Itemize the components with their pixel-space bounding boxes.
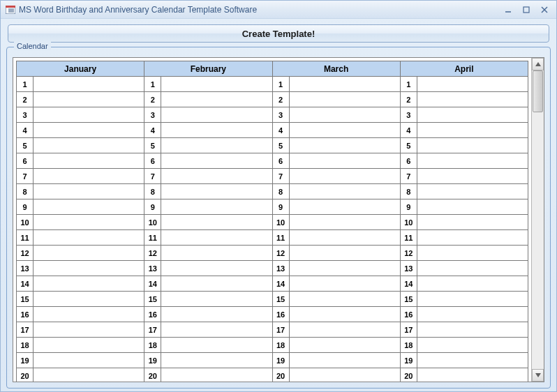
day-entry-cell[interactable]	[417, 307, 528, 322]
day-entry-cell[interactable]	[289, 153, 400, 169]
day-entry-cell[interactable]	[417, 261, 528, 276]
day-entry-cell[interactable]	[417, 353, 528, 368]
day-entry-cell[interactable]	[34, 184, 144, 199]
day-entry-cell[interactable]	[161, 338, 272, 353]
day-entry-cell[interactable]	[417, 123, 528, 138]
day-entry-cell[interactable]	[34, 292, 144, 307]
calendar-viewport: January February March April 11112222333…	[13, 58, 531, 382]
day-number-cell: 9	[17, 199, 34, 215]
day-number-cell: 4	[17, 123, 34, 138]
day-entry-cell[interactable]	[161, 153, 272, 169]
day-entry-cell[interactable]	[417, 322, 528, 338]
day-entry-cell[interactable]	[161, 292, 272, 307]
day-number-cell: 11	[144, 230, 161, 246]
day-entry-cell[interactable]	[417, 246, 528, 261]
day-entry-cell[interactable]	[34, 199, 144, 215]
day-entry-cell[interactable]	[417, 230, 528, 246]
day-entry-cell[interactable]	[417, 199, 528, 215]
minimize-button[interactable]	[500, 4, 516, 15]
close-button[interactable]	[537, 4, 552, 15]
day-entry-cell[interactable]	[289, 276, 400, 292]
day-entry-cell[interactable]	[289, 199, 400, 215]
day-number-cell: 2	[400, 92, 417, 107]
day-entry-cell[interactable]	[34, 261, 144, 276]
day-entry-cell[interactable]	[161, 184, 272, 199]
day-entry-cell[interactable]	[34, 307, 144, 322]
day-entry-cell[interactable]	[289, 368, 400, 382]
day-entry-cell[interactable]	[417, 368, 528, 382]
day-entry-cell[interactable]	[161, 322, 272, 338]
day-entry-cell[interactable]	[161, 261, 272, 276]
day-entry-cell[interactable]	[289, 77, 400, 92]
day-entry-cell[interactable]	[417, 77, 528, 92]
day-entry-cell[interactable]	[417, 276, 528, 292]
day-entry-cell[interactable]	[34, 230, 144, 246]
day-entry-cell[interactable]	[34, 246, 144, 261]
day-entry-cell[interactable]	[417, 215, 528, 230]
scroll-down-arrow-icon[interactable]	[532, 369, 544, 382]
table-row: 20202020	[17, 368, 528, 382]
day-entry-cell[interactable]	[417, 107, 528, 123]
table-row: 13131313	[17, 261, 528, 276]
day-entry-cell[interactable]	[289, 184, 400, 199]
day-entry-cell[interactable]	[161, 246, 272, 261]
day-entry-cell[interactable]	[289, 169, 400, 184]
day-entry-cell[interactable]	[34, 153, 144, 169]
day-entry-cell[interactable]	[34, 276, 144, 292]
maximize-button[interactable]	[519, 4, 534, 15]
day-entry-cell[interactable]	[34, 322, 144, 338]
day-entry-cell[interactable]	[289, 307, 400, 322]
day-entry-cell[interactable]	[161, 138, 272, 153]
day-entry-cell[interactable]	[289, 353, 400, 368]
table-row: 12121212	[17, 246, 528, 261]
month-header: April	[400, 61, 528, 77]
day-entry-cell[interactable]	[34, 169, 144, 184]
day-entry-cell[interactable]	[161, 169, 272, 184]
day-entry-cell[interactable]	[161, 107, 272, 123]
day-number-cell: 16	[400, 307, 417, 322]
day-entry-cell[interactable]	[161, 123, 272, 138]
day-entry-cell[interactable]	[289, 261, 400, 276]
day-entry-cell[interactable]	[289, 230, 400, 246]
day-entry-cell[interactable]	[417, 153, 528, 169]
day-entry-cell[interactable]	[417, 92, 528, 107]
day-entry-cell[interactable]	[417, 138, 528, 153]
day-entry-cell[interactable]	[34, 215, 144, 230]
day-entry-cell[interactable]	[289, 107, 400, 123]
day-entry-cell[interactable]	[289, 123, 400, 138]
day-entry-cell[interactable]	[161, 77, 272, 92]
day-entry-cell[interactable]	[417, 169, 528, 184]
day-entry-cell[interactable]	[289, 215, 400, 230]
day-entry-cell[interactable]	[289, 322, 400, 338]
day-entry-cell[interactable]	[161, 92, 272, 107]
day-entry-cell[interactable]	[34, 368, 144, 382]
vertical-scrollbar[interactable]	[531, 58, 544, 382]
day-entry-cell[interactable]	[34, 353, 144, 368]
day-entry-cell[interactable]	[289, 246, 400, 261]
day-entry-cell[interactable]	[161, 368, 272, 382]
day-entry-cell[interactable]	[161, 276, 272, 292]
create-template-button[interactable]: Create Template!	[8, 24, 549, 43]
day-entry-cell[interactable]	[34, 123, 144, 138]
day-entry-cell[interactable]	[417, 292, 528, 307]
day-entry-cell[interactable]	[289, 292, 400, 307]
day-entry-cell[interactable]	[289, 338, 400, 353]
day-entry-cell[interactable]	[161, 353, 272, 368]
scroll-track[interactable]	[532, 70, 544, 369]
day-entry-cell[interactable]	[289, 138, 400, 153]
day-entry-cell[interactable]	[161, 307, 272, 322]
day-entry-cell[interactable]	[417, 184, 528, 199]
day-entry-cell[interactable]	[34, 92, 144, 107]
scroll-thumb[interactable]	[533, 70, 543, 112]
day-entry-cell[interactable]	[34, 338, 144, 353]
day-entry-cell[interactable]	[161, 230, 272, 246]
day-entry-cell[interactable]	[161, 199, 272, 215]
scroll-up-arrow-icon[interactable]	[532, 58, 544, 70]
day-entry-cell[interactable]	[417, 338, 528, 353]
day-number-cell: 1	[400, 77, 417, 92]
day-entry-cell[interactable]	[289, 92, 400, 107]
day-entry-cell[interactable]	[34, 138, 144, 153]
day-entry-cell[interactable]	[34, 107, 144, 123]
day-entry-cell[interactable]	[161, 215, 272, 230]
day-entry-cell[interactable]	[34, 77, 144, 92]
